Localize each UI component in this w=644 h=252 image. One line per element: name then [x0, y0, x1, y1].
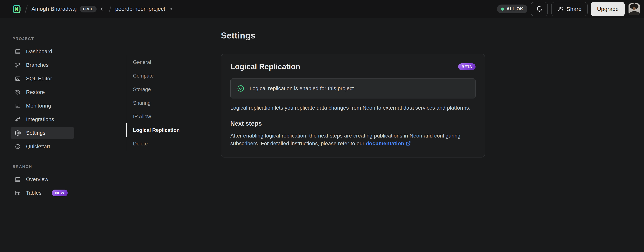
alert-message: Logical replication is enabled for this … — [250, 86, 356, 92]
settings-nav-general[interactable]: General — [126, 56, 207, 69]
user-avatar[interactable] — [628, 3, 640, 15]
chevron-up-down-icon — [168, 6, 174, 12]
sidebar-item-label: Quickstart — [26, 144, 50, 150]
branches-icon — [15, 62, 21, 68]
monitoring-icon — [15, 103, 21, 109]
chevron-up-down-icon — [100, 6, 105, 12]
sidebar-item-overview[interactable]: Overview — [10, 173, 74, 186]
top-bar-actions: ALL OK Share Upgrade — [497, 2, 640, 16]
documentation-link[interactable]: documentation — [366, 140, 411, 146]
neon-logo-icon[interactable] — [12, 4, 21, 14]
sql-editor-icon — [15, 76, 21, 82]
upgrade-button[interactable]: Upgrade — [591, 2, 625, 16]
sidebar-item-restore[interactable]: Restore — [10, 86, 74, 98]
sidebar-item-label: Integrations — [26, 116, 54, 122]
sidebar-item-label: Branches — [26, 62, 49, 68]
logical-replication-card: Logical Replication BETA Logical replica… — [221, 54, 485, 158]
plan-badge: FREE — [80, 6, 96, 12]
settings-nav-logical-replication[interactable]: Logical Replication — [126, 123, 207, 137]
settings-nav-ip-allow[interactable]: IP Allow — [126, 110, 207, 123]
sidebar-item-tables[interactable]: Tables NEW — [10, 187, 74, 199]
sidebar-item-label: Tables — [26, 190, 42, 196]
next-steps-title: Next steps — [230, 120, 476, 127]
new-badge: NEW — [52, 190, 68, 196]
overview-icon — [15, 176, 21, 182]
sidebar-item-label: Restore — [26, 89, 45, 95]
sidebar-section-branch: BRANCH — [12, 164, 86, 169]
status-label: ALL OK — [506, 6, 523, 12]
sidebar-item-label: SQL Editor — [26, 76, 52, 82]
restore-icon — [15, 89, 21, 95]
beta-badge: BETA — [458, 64, 476, 70]
sidebar-item-settings[interactable]: Settings — [10, 127, 74, 139]
external-link-icon — [406, 141, 411, 146]
system-status-pill[interactable]: ALL OK — [497, 4, 528, 14]
sidebar-item-label: Dashboard — [26, 48, 52, 54]
status-dot-icon — [501, 8, 504, 10]
card-title: Logical Replication — [230, 62, 300, 71]
sidebar-item-monitoring[interactable]: Monitoring — [10, 100, 74, 112]
project-name: peerdb-neon-project — [115, 6, 165, 12]
main-content: Settings Logical Replication BETA Logica… — [221, 18, 485, 158]
settings-nav-compute[interactable]: Compute — [126, 69, 207, 82]
settings-nav-storage[interactable]: Storage — [126, 82, 207, 96]
org-selector[interactable]: Amogh Bharadwaj FREE — [32, 6, 105, 12]
sidebar: PROJECT Dashboard Branches SQL Editor — [0, 18, 86, 252]
documentation-link-label: documentation — [366, 140, 404, 146]
sidebar-item-quickstart[interactable]: Quickstart — [10, 140, 74, 152]
card-header: Logical Replication BETA — [230, 62, 476, 71]
sidebar-item-branches[interactable]: Branches — [10, 59, 74, 71]
settings-nav-sharing[interactable]: Sharing — [126, 96, 207, 110]
next-steps-text: After enabling logical replication, the … — [230, 132, 476, 147]
breadcrumb-slash — [109, 5, 112, 13]
neon-console: Amogh Bharadwaj FREE peerdb-neon-project… — [0, 0, 644, 252]
success-check-icon — [237, 84, 245, 92]
tables-icon — [15, 190, 21, 196]
org-name: Amogh Bharadwaj — [32, 6, 77, 12]
bell-icon — [536, 6, 543, 12]
sidebar-item-label: Monitoring — [26, 103, 51, 109]
gear-icon — [15, 130, 21, 136]
sidebar-item-dashboard[interactable]: Dashboard — [10, 46, 74, 58]
dashboard-icon — [15, 48, 21, 54]
sidebar-item-sql-editor[interactable]: SQL Editor — [10, 72, 74, 85]
share-label: Share — [566, 6, 582, 12]
breadcrumb: Amogh Bharadwaj FREE peerdb-neon-project — [12, 4, 174, 14]
description-text: Logical replication lets you replicate d… — [230, 104, 476, 112]
notifications-button[interactable] — [531, 2, 548, 16]
sidebar-item-label: Overview — [26, 176, 48, 182]
top-bar: Amogh Bharadwaj FREE peerdb-neon-project… — [0, 0, 644, 18]
sidebar-section-project: PROJECT — [12, 36, 86, 41]
share-button[interactable]: Share — [551, 2, 588, 16]
sidebar-item-integrations[interactable]: Integrations — [10, 113, 74, 126]
check-circle-icon — [15, 144, 21, 150]
next-steps-body: After enabling logical replication, the … — [230, 133, 460, 146]
sidebar-item-label: Settings — [26, 130, 46, 136]
integrations-icon — [15, 116, 21, 122]
success-alert: Logical replication is enabled for this … — [230, 78, 476, 98]
project-selector[interactable]: peerdb-neon-project — [115, 6, 174, 12]
settings-nav-delete[interactable]: Delete — [126, 137, 207, 150]
people-icon — [557, 6, 564, 12]
page-title: Settings — [221, 30, 485, 40]
settings-nav: General Compute Storage Sharing IP Allow… — [126, 56, 207, 150]
breadcrumb-slash — [25, 5, 28, 13]
